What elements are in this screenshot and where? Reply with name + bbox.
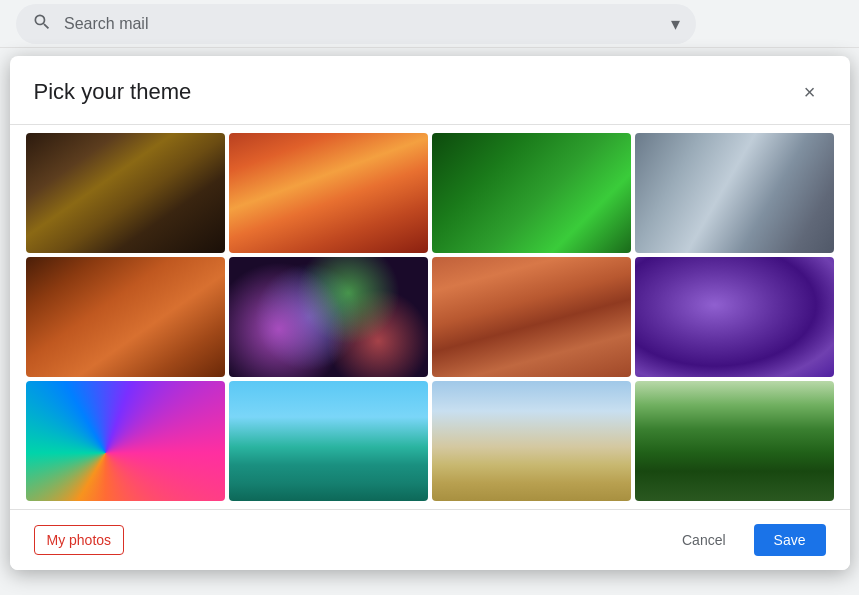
search-input-container[interactable]: Search mail ▾ — [16, 4, 696, 44]
theme-grid-container — [10, 125, 850, 509]
theme-item-jellyfish[interactable] — [635, 257, 834, 377]
dialog-header: Pick your theme × — [10, 56, 850, 125]
search-bar: Search mail ▾ — [0, 0, 859, 48]
theme-item-chess[interactable] — [26, 133, 225, 253]
theme-item-rainbow[interactable] — [26, 381, 225, 501]
theme-item-pipes[interactable] — [635, 133, 834, 253]
cancel-button[interactable]: Cancel — [666, 524, 742, 556]
theme-item-canyon[interactable] — [229, 133, 428, 253]
search-placeholder-text: Search mail — [64, 15, 148, 33]
dialog-title: Pick your theme — [34, 79, 192, 105]
dialog-footer: My photos Cancel Save — [10, 509, 850, 570]
theme-item-beach[interactable] — [432, 381, 631, 501]
search-dropdown-icon[interactable]: ▾ — [671, 13, 680, 35]
close-button[interactable]: × — [794, 76, 826, 108]
theme-item-caterpillar[interactable] — [432, 133, 631, 253]
footer-actions: Cancel Save — [666, 524, 826, 556]
theme-item-bokeh[interactable] — [229, 257, 428, 377]
theme-picker-dialog: Pick your theme × My photos Cancel Save — [10, 56, 850, 570]
theme-grid — [26, 133, 834, 501]
theme-item-autumn-leaves[interactable] — [26, 257, 225, 377]
search-icon — [32, 12, 52, 36]
save-button[interactable]: Save — [754, 524, 826, 556]
my-photos-button[interactable]: My photos — [34, 525, 125, 555]
theme-item-lake[interactable] — [229, 381, 428, 501]
theme-item-forest[interactable] — [635, 381, 834, 501]
theme-item-river-canyon[interactable] — [432, 257, 631, 377]
